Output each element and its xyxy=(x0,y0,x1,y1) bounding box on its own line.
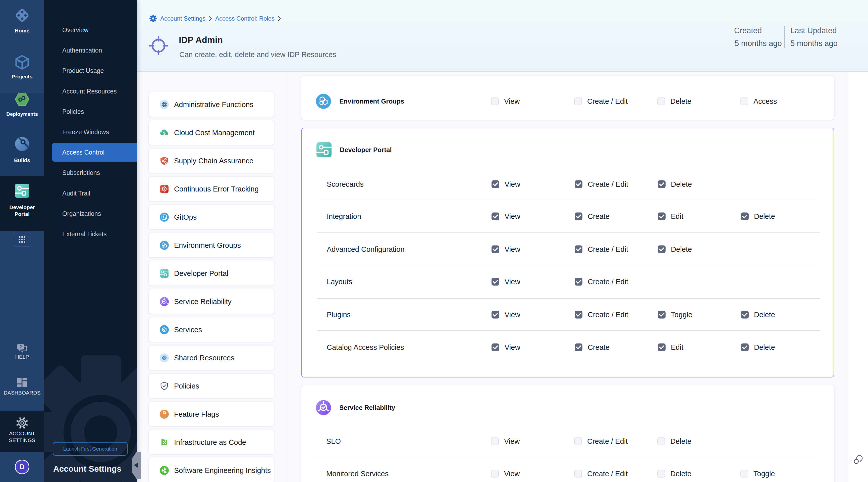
svg-text:?: ? xyxy=(19,344,22,349)
svg-text:$: $ xyxy=(163,131,165,136)
